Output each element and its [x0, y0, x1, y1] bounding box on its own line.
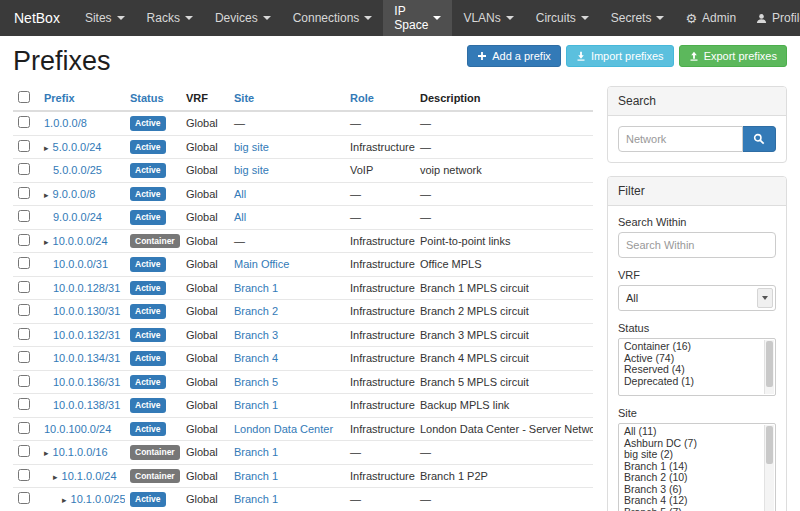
site-link[interactable]: big site [234, 141, 269, 153]
search-within-input[interactable] [618, 232, 776, 258]
scrollbar-thumb[interactable] [766, 426, 773, 464]
prefix-link[interactable]: 10.0.0.134/31 [53, 352, 120, 364]
prefix-link[interactable]: 10.0.0.0/31 [53, 258, 108, 270]
list-option[interactable]: Branch 3 (6) [621, 484, 761, 496]
row-checkbox[interactable] [18, 398, 30, 410]
list-option[interactable]: Branch 1 (14) [621, 461, 761, 473]
scrollbar-thumb[interactable] [766, 341, 773, 387]
site-link[interactable]: London Data Center [234, 423, 333, 435]
export-prefixes-button[interactable]: Export prefixes [679, 45, 787, 67]
table-header-row: Prefix Status VRF Site Role Description [13, 86, 593, 111]
nav-item-racks[interactable]: Racks [136, 0, 204, 36]
list-option[interactable]: Active (74) [621, 353, 761, 365]
list-option[interactable]: Ashburn DC (7) [621, 438, 761, 450]
site-link[interactable]: Branch 1 [234, 493, 278, 505]
status-filter-label: Status [618, 322, 776, 334]
row-checkbox[interactable] [18, 140, 30, 152]
prefix-cell: 10.0.0.128/31 [39, 276, 125, 300]
site-link[interactable]: Branch 3 [234, 329, 278, 341]
admin-link[interactable]: ⚙ Admin [675, 0, 746, 36]
row-checkbox[interactable] [18, 116, 30, 128]
prefix-link[interactable]: 5.0.0.0/24 [53, 141, 102, 153]
row-checkbox[interactable] [18, 328, 30, 340]
site-link[interactable]: Branch 1 [234, 282, 278, 294]
prefix-link[interactable]: 10.1.0.0/25 [71, 493, 125, 505]
list-option[interactable]: Container (16) [621, 341, 761, 353]
nav-item-vlans[interactable]: VLANs [452, 0, 524, 36]
site-listbox-scrollbar[interactable] [764, 425, 774, 511]
row-checkbox[interactable] [18, 351, 30, 363]
prefix-cell: 5.0.0.0/25 [39, 159, 125, 183]
list-option[interactable]: Reserved (4) [621, 364, 761, 376]
add-prefix-button[interactable]: Add a prefix [467, 45, 561, 67]
site-link[interactable]: Branch 1 [234, 399, 278, 411]
prefix-link[interactable]: 5.0.0.0/25 [53, 164, 102, 176]
row-checkbox[interactable] [18, 492, 30, 504]
prefix-link[interactable]: 10.0.0.136/31 [53, 376, 120, 388]
prefix-link[interactable]: 9.0.0.0/24 [53, 211, 102, 223]
nav-item-devices[interactable]: Devices [204, 0, 282, 36]
site-link[interactable]: All [234, 211, 246, 223]
site-link[interactable]: Branch 1 [234, 446, 278, 458]
vrf-cell: Global [181, 229, 229, 253]
prefix-link[interactable]: 10.0.0.0/24 [53, 235, 108, 247]
search-icon [753, 133, 765, 145]
row-checkbox[interactable] [18, 187, 30, 199]
status-listbox-scrollbar[interactable] [764, 340, 774, 394]
site-link[interactable]: Branch 4 [234, 352, 278, 364]
prefix-link[interactable]: 10.0.0.132/31 [53, 329, 120, 341]
row-checkbox[interactable] [18, 163, 30, 175]
prefix-link[interactable]: 10.0.0.128/31 [53, 282, 120, 294]
list-option[interactable]: Branch 5 (7) [621, 507, 761, 511]
nav-item-sites[interactable]: Sites [74, 0, 136, 36]
status-listbox[interactable]: Container (16)Active (74)Reserved (4)Dep… [618, 338, 776, 396]
search-input[interactable] [618, 126, 743, 152]
site-link[interactable]: Main Office [234, 258, 289, 270]
row-checkbox[interactable] [18, 281, 30, 293]
row-checkbox[interactable] [18, 234, 30, 246]
list-option[interactable]: big site (2) [621, 449, 761, 461]
row-checkbox[interactable] [18, 469, 30, 481]
nav-item-connections[interactable]: Connections [282, 0, 384, 36]
row-checkbox[interactable] [18, 375, 30, 387]
site-listbox[interactable]: All (11)Ashburn DC (7)big site (2)Branch… [618, 423, 776, 511]
status-badge: Active [130, 116, 166, 131]
filter-panel: Filter Search Within VRF All Sta [607, 176, 787, 511]
sort-prefix-header[interactable]: Prefix [44, 92, 75, 104]
chevron-down-icon [433, 16, 441, 20]
row-checkbox[interactable] [18, 422, 30, 434]
import-prefixes-button[interactable]: Import prefixes [566, 45, 674, 67]
list-option[interactable]: Deprecated (1) [621, 376, 761, 388]
prefix-cell: ▸10.0.0.0/24 [39, 229, 125, 253]
nav-item-secrets[interactable]: Secrets [600, 0, 676, 36]
sort-status-header[interactable]: Status [130, 92, 164, 104]
list-option[interactable]: All (11) [621, 426, 761, 438]
list-option[interactable]: Branch 4 (12) [621, 495, 761, 507]
vrf-select[interactable]: All [618, 285, 776, 311]
row-checkbox[interactable] [18, 304, 30, 316]
prefix-link[interactable]: 10.0.100.0/24 [44, 423, 111, 435]
site-link[interactable]: big site [234, 164, 269, 176]
site-link[interactable]: Branch 5 [234, 376, 278, 388]
prefix-link[interactable]: 10.0.0.138/31 [53, 399, 120, 411]
nav-item-circuits[interactable]: Circuits [525, 0, 600, 36]
prefix-link[interactable]: 10.1.0.0/16 [53, 446, 108, 458]
prefix-link[interactable]: 1.0.0.0/8 [44, 117, 87, 129]
sort-role-header[interactable]: Role [350, 92, 374, 104]
row-checkbox[interactable] [18, 210, 30, 222]
prefix-link[interactable]: 10.1.0.0/24 [62, 470, 117, 482]
site-link[interactable]: Branch 1 [234, 470, 278, 482]
row-checkbox[interactable] [18, 445, 30, 457]
sort-site-header[interactable]: Site [234, 92, 254, 104]
profile-link[interactable]: Profile [746, 0, 800, 36]
row-checkbox[interactable] [18, 257, 30, 269]
search-button[interactable] [743, 126, 776, 152]
app-logo[interactable]: NetBox [0, 0, 74, 36]
nav-item-ip-space[interactable]: IP Space [383, 0, 452, 36]
site-link[interactable]: All [234, 188, 246, 200]
prefix-link[interactable]: 10.0.0.130/31 [53, 305, 120, 317]
site-link[interactable]: Branch 2 [234, 305, 278, 317]
prefix-link[interactable]: 9.0.0.0/8 [53, 188, 96, 200]
list-option[interactable]: Branch 2 (10) [621, 472, 761, 484]
select-all-checkbox[interactable] [18, 91, 30, 103]
